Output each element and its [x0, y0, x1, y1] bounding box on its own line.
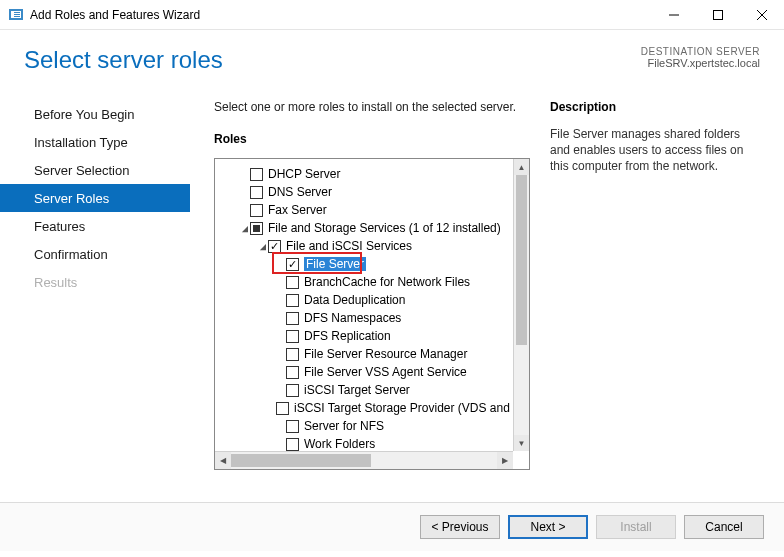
role-label[interactable]: DFS Namespaces [304, 311, 401, 325]
svg-rect-4 [14, 16, 20, 17]
role-checkbox[interactable] [276, 402, 289, 415]
role-label[interactable]: BranchCache for Network Files [304, 275, 470, 289]
install-button: Install [596, 515, 676, 539]
role-node[interactable]: Fax Server [239, 201, 509, 219]
role-node[interactable]: Work Folders [275, 435, 509, 451]
wizard-step-server-roles[interactable]: Server Roles [0, 184, 190, 212]
scroll-down-button[interactable]: ▼ [514, 435, 529, 451]
role-checkbox[interactable] [286, 438, 299, 451]
role-node[interactable]: File Server Resource Manager [275, 345, 509, 363]
roles-heading: Roles [214, 132, 530, 146]
role-node[interactable]: DFS Namespaces [275, 309, 509, 327]
wizard-step-results: Results [0, 268, 190, 296]
role-checkbox[interactable] [286, 330, 299, 343]
role-node[interactable]: DNS Server [239, 183, 509, 201]
role-node[interactable]: DFS Replication [275, 327, 509, 345]
role-checkbox[interactable] [268, 240, 281, 253]
role-label[interactable]: DNS Server [268, 185, 332, 199]
role-label[interactable]: File Server VSS Agent Service [304, 365, 467, 379]
svg-rect-3 [14, 14, 20, 15]
close-button[interactable] [740, 0, 784, 30]
role-checkbox[interactable] [250, 186, 263, 199]
wizard-step-server-selection[interactable]: Server Selection [0, 156, 190, 184]
role-label[interactable]: Data Deduplication [304, 293, 405, 307]
cancel-button[interactable]: Cancel [684, 515, 764, 539]
role-label[interactable]: iSCSI Target Server [304, 383, 410, 397]
horizontal-scrollbar[interactable]: ◀ ▶ [215, 451, 513, 469]
wizard-step-confirmation[interactable]: Confirmation [0, 240, 190, 268]
role-label[interactable]: Server for NFS [304, 419, 384, 433]
role-node[interactable]: ◢File and Storage Services (1 of 12 inst… [239, 219, 509, 237]
role-checkbox[interactable] [250, 204, 263, 217]
role-checkbox[interactable] [286, 384, 299, 397]
scroll-left-button[interactable]: ◀ [215, 452, 231, 469]
role-node[interactable]: File Server [275, 255, 509, 273]
role-label[interactable]: File and Storage Services (1 of 12 insta… [268, 221, 501, 235]
window-title: Add Roles and Features Wizard [30, 8, 652, 22]
role-checkbox[interactable] [286, 276, 299, 289]
instruction-text: Select one or more roles to install on t… [214, 100, 530, 114]
role-node[interactable]: DHCP Server [239, 165, 509, 183]
role-node[interactable]: Data Deduplication [275, 291, 509, 309]
collapse-icon[interactable]: ◢ [240, 223, 249, 233]
role-label[interactable]: Fax Server [268, 203, 327, 217]
description-text: File Server manages shared folders and e… [550, 126, 760, 175]
scroll-right-button[interactable]: ▶ [497, 452, 513, 469]
destination-server: FileSRV.xpertstec.local [641, 57, 760, 69]
wizard-steps: Before You BeginInstallation TypeServer … [0, 82, 190, 502]
role-checkbox[interactable] [250, 222, 263, 235]
roles-tree[interactable]: DHCP ServerDNS ServerFax Server◢File and… [214, 158, 530, 470]
role-node[interactable]: ◢File and iSCSI Services [257, 237, 509, 255]
svg-rect-6 [714, 10, 723, 19]
description-heading: Description [550, 100, 760, 114]
role-checkbox[interactable] [286, 366, 299, 379]
role-checkbox[interactable] [286, 258, 299, 271]
wizard-step-installation-type[interactable]: Installation Type [0, 128, 190, 156]
role-label[interactable]: File Server [304, 257, 366, 271]
maximize-button[interactable] [696, 0, 740, 30]
vertical-scrollbar[interactable]: ▲ ▼ [513, 159, 529, 451]
role-checkbox[interactable] [250, 168, 263, 181]
svg-rect-2 [14, 12, 20, 13]
wizard-step-features[interactable]: Features [0, 212, 190, 240]
previous-button[interactable]: < Previous [420, 515, 500, 539]
role-node[interactable]: iSCSI Target Storage Provider (VDS and V… [275, 399, 509, 417]
scroll-thumb-horiz[interactable] [231, 454, 371, 467]
role-checkbox[interactable] [286, 294, 299, 307]
role-node[interactable]: BranchCache for Network Files [275, 273, 509, 291]
role-label[interactable]: File and iSCSI Services [286, 239, 412, 253]
role-node[interactable]: File Server VSS Agent Service [275, 363, 509, 381]
role-label[interactable]: DHCP Server [268, 167, 340, 181]
role-checkbox[interactable] [286, 420, 299, 433]
role-label[interactable]: File Server Resource Manager [304, 347, 467, 361]
destination-label: DESTINATION SERVER [641, 46, 760, 57]
minimize-button[interactable] [652, 0, 696, 30]
role-label[interactable]: iSCSI Target Storage Provider (VDS and V… [294, 401, 513, 415]
page-title: Select server roles [24, 46, 641, 74]
role-checkbox[interactable] [286, 312, 299, 325]
role-node[interactable]: iSCSI Target Server [275, 381, 509, 399]
role-label[interactable]: Work Folders [304, 437, 375, 451]
app-icon [8, 7, 24, 23]
next-button[interactable]: Next > [508, 515, 588, 539]
scroll-thumb-vert[interactable] [516, 175, 527, 345]
collapse-icon[interactable]: ◢ [258, 241, 267, 251]
scroll-up-button[interactable]: ▲ [514, 159, 529, 175]
role-label[interactable]: DFS Replication [304, 329, 391, 343]
role-checkbox[interactable] [286, 348, 299, 361]
wizard-step-before-you-begin[interactable]: Before You Begin [0, 100, 190, 128]
role-node[interactable]: Server for NFS [275, 417, 509, 435]
